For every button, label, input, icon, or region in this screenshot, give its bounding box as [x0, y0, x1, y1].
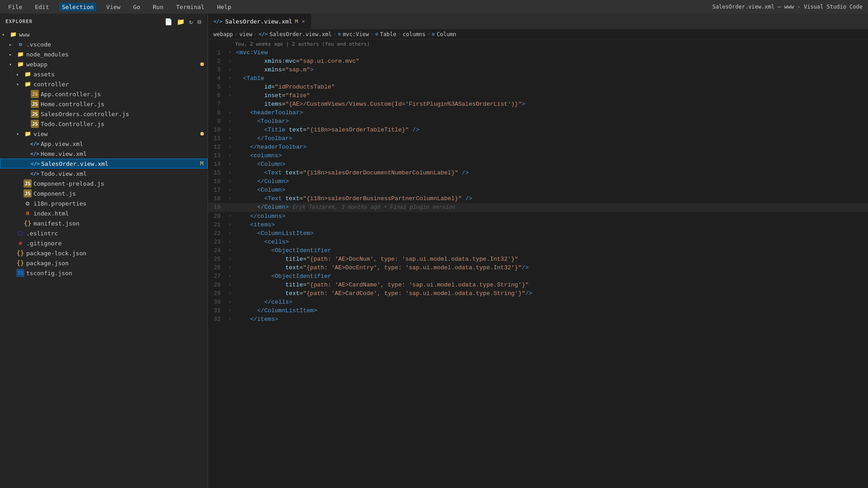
code-line-27: 27 › <ObjectIdentifier — [208, 272, 868, 281]
fold-4[interactable]: › — [229, 74, 231, 83]
fold-2[interactable]: › — [229, 57, 231, 66]
tree-item-tsconfig[interactable]: TS tsconfig.json — [0, 268, 208, 278]
fold-32[interactable]: › — [229, 315, 231, 324]
tree-item-gitignore[interactable]: ⊕ .gitignore — [0, 238, 208, 248]
fold-31[interactable]: › — [229, 306, 231, 315]
tree-item-app-view[interactable]: </> App.view.xml — [0, 139, 208, 149]
tree-item-home-view[interactable]: </> Home.view.xml — [0, 149, 208, 159]
refresh-icon[interactable]: ↻ — [188, 17, 193, 26]
folder-icon-www: 📁 — [9, 30, 17, 38]
tab-sales-view[interactable]: </> SalesOrder.view.xml M ✕ — [208, 14, 311, 29]
menu-file[interactable]: File — [5, 3, 25, 11]
fold-9[interactable]: › — [229, 117, 231, 126]
new-file-icon[interactable]: 📄 — [164, 17, 173, 26]
fold-17[interactable]: › — [229, 186, 231, 194]
breadcrumb-xml-icon: </> — [259, 31, 268, 37]
tree-item-home-ctrl[interactable]: JS Home.controller.js — [0, 99, 208, 109]
tree-item-pkg-lock[interactable]: {} package-lock.json — [0, 248, 208, 258]
fold-24[interactable]: › — [229, 246, 231, 255]
fold-10[interactable]: › — [229, 126, 231, 134]
code-line-3: 3 › xmlns="sap.m"> — [208, 66, 868, 74]
tab-close-button[interactable]: ✕ — [301, 17, 306, 25]
fold-20[interactable]: › — [229, 212, 231, 221]
tree-item-comp-preload[interactable]: JS Component-preload.js — [0, 178, 208, 188]
tree-item-eslintrc[interactable]: ⬡ .eslintrc — [0, 228, 208, 238]
breadcrumb-columns[interactable]: columns — [403, 31, 426, 38]
fold-12[interactable]: › — [229, 143, 231, 151]
tree-item-sales-view[interactable]: </> SalesOrder.view.xml M — [0, 159, 208, 169]
breadcrumb-table[interactable]: Table — [380, 31, 396, 38]
menu-view[interactable]: View — [104, 3, 123, 11]
menu-terminal[interactable]: Terminal — [174, 3, 208, 11]
tree-item-webapp[interactable]: 📁 webapp — [0, 59, 208, 69]
tree-item-app-ctrl[interactable]: JS App.controller.js — [0, 89, 208, 99]
new-folder-icon[interactable]: 📁 — [176, 17, 185, 26]
tree-item-sales-ctrl[interactable]: JS SalesOrders.controller.js — [0, 109, 208, 119]
breadcrumb-view-folder[interactable]: view — [239, 31, 252, 38]
tree-arrow-webapp — [9, 62, 16, 67]
tree-item-node-modules[interactable]: 📁 node_modules — [0, 49, 208, 59]
fold-28[interactable]: › — [229, 281, 231, 289]
collapse-all-icon[interactable]: ⊟ — [197, 17, 202, 26]
code-line-10: 10 › <Title text="{i18n>salesOrderTableT… — [208, 126, 868, 134]
fold-5[interactable]: › — [229, 83, 231, 91]
tree-item-index-html[interactable]: H index.html — [0, 208, 208, 218]
fold-25[interactable]: › — [229, 255, 231, 263]
breadcrumb-webapp[interactable]: webapp — [213, 31, 233, 38]
menu-go[interactable]: Go — [130, 3, 143, 11]
settings-icon-i18n: ⚙ — [24, 199, 32, 207]
vscode-icon: ⚙ — [16, 40, 24, 48]
tree-item-vscode[interactable]: ⚙ .vscode — [0, 39, 208, 49]
tree-label-app-ctrl: App.controller.js — [41, 91, 101, 98]
line-num-27: 27 — [208, 272, 226, 281]
git-icon: ⊕ — [16, 239, 24, 247]
fold-1[interactable]: › — [229, 48, 231, 57]
tree-item-assets[interactable]: 📁 assets — [0, 69, 208, 79]
breadcrumb-column[interactable]: Column — [437, 31, 456, 38]
fold-8[interactable]: › — [229, 108, 231, 117]
menu-selection[interactable]: Selection — [59, 3, 96, 11]
breadcrumb-mvc-view[interactable]: mvc:View — [343, 31, 369, 38]
line-content-16: </Column> — [234, 177, 868, 186]
line-num-11: 11 — [208, 134, 226, 143]
line-num-10: 10 — [208, 126, 226, 134]
fold-16[interactable]: › — [229, 177, 231, 186]
tree-item-www[interactable]: 📁 www — [0, 29, 208, 39]
tree-item-manifest[interactable]: {} manifest.json — [0, 218, 208, 228]
code-line-6: 6 › inset="false" — [208, 91, 868, 100]
line-content-21: <items> — [234, 221, 868, 229]
tree-item-todo-ctrl[interactable]: JS Todo.Controller.js — [0, 119, 208, 129]
menu-help[interactable]: Help — [214, 3, 234, 11]
tree-item-view[interactable]: 📁 view — [0, 129, 208, 139]
fold-21[interactable]: › — [229, 221, 231, 229]
fold-23[interactable]: › — [229, 238, 231, 246]
menu-edit[interactable]: Edit — [32, 3, 52, 11]
tree-item-i18n[interactable]: ⚙ i18n.properties — [0, 198, 208, 208]
tree-item-controller[interactable]: 📁 controller — [0, 79, 208, 89]
fold-29[interactable]: › — [229, 289, 231, 298]
fold-18[interactable]: › — [229, 194, 231, 203]
line-gutter-30: › — [226, 298, 234, 306]
fold-22[interactable]: › — [229, 229, 231, 238]
fold-13[interactable]: › — [229, 151, 231, 160]
fold-11[interactable]: › — [229, 134, 231, 143]
fold-3[interactable]: › — [229, 66, 231, 74]
breadcrumb-sep5: › — [398, 32, 401, 37]
breadcrumb-filename[interactable]: SalesOrder.view.xml — [269, 31, 331, 38]
menu-run[interactable]: Run — [150, 3, 166, 11]
fold-26[interactable]: › — [229, 263, 231, 272]
fold-15[interactable]: › — [229, 169, 231, 177]
fold-6[interactable]: › — [229, 91, 231, 100]
tab-icon: </> — [213, 19, 222, 24]
code-editor[interactable]: 1 › <mvc:View 2 › xmlns:mvc="sap.ui.core… — [208, 48, 868, 488]
tree-item-todo-view[interactable]: </> Todo.view.xml — [0, 169, 208, 178]
code-line-30: 30 › </cells> — [208, 298, 868, 306]
tree-item-component[interactable]: JS Component.js — [0, 188, 208, 198]
tree-label-todo-ctrl: Todo.Controller.js — [41, 121, 104, 127]
fold-27[interactable]: › — [229, 272, 231, 281]
editor-area: </> SalesOrder.view.xml M ✕ webapp › vie… — [208, 14, 868, 488]
fold-30[interactable]: › — [229, 298, 231, 306]
line-content-2: xmlns:mvc="sap.ui.core.mvc" — [234, 57, 868, 66]
fold-14[interactable]: › — [229, 160, 231, 169]
tree-item-package[interactable]: {} package.json — [0, 258, 208, 268]
